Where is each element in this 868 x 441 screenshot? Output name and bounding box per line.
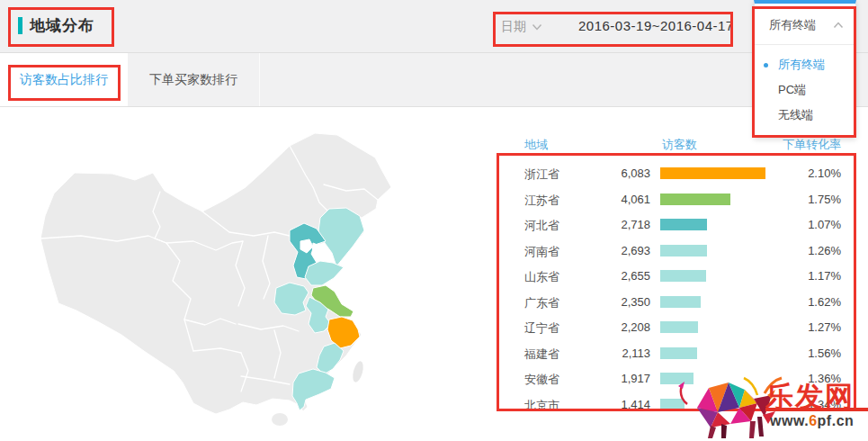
page-header: 地域分布 日期 2016-03-19~2016-04-17 [0, 0, 868, 53]
column-header-region: 地域 [524, 137, 548, 153]
geo-distribution-page: 地域分布 日期 2016-03-19~2016-04-17 访客数占比排行 下单… [0, 0, 868, 441]
china-map[interactable] [36, 117, 396, 436]
tab-bar: 访客数占比排行 下单买家数排行 [0, 53, 868, 107]
annotation-box-date [493, 12, 733, 47]
column-header-rate: 下单转化率 [783, 137, 841, 153]
map-taiwan [351, 360, 365, 383]
watermark-url: www.6pf.cn [770, 413, 854, 429]
map-province-liaoning[interactable] [318, 208, 364, 266]
column-header-visitors: 访客数 [662, 137, 697, 153]
watermark-underline [765, 408, 868, 411]
map-province-guangdong[interactable] [292, 369, 335, 410]
map-country-outline [40, 133, 391, 414]
map-hainan [272, 413, 288, 426]
annotation-box-title [8, 7, 114, 47]
annotation-box-dropdown [752, 6, 856, 138]
tab-buyer-ranking[interactable]: 下单买家数排行 [128, 53, 260, 106]
map-province-henan[interactable] [274, 283, 309, 315]
annotation-box-tab [8, 65, 121, 101]
